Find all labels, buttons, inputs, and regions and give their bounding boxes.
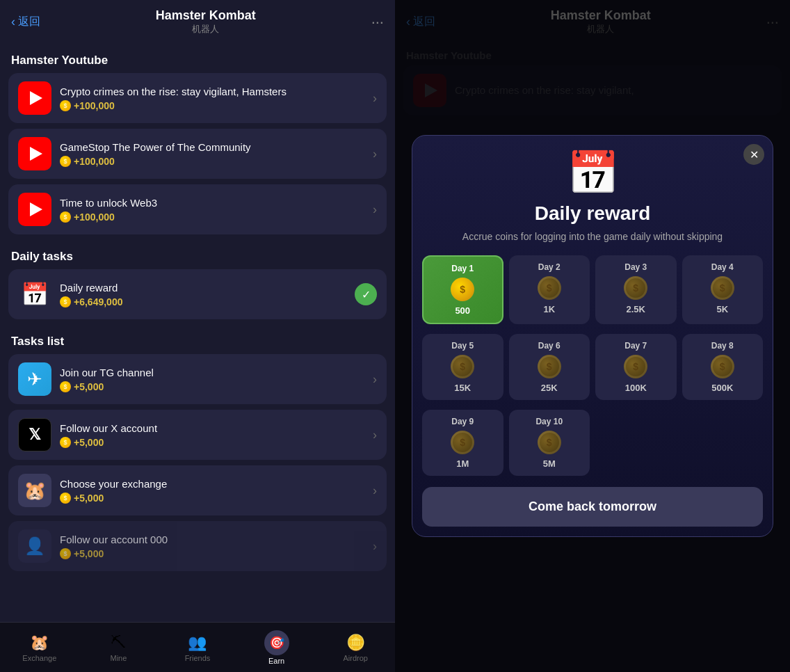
left-back-label: 返回	[18, 15, 40, 29]
day-3-coin-icon: $	[624, 276, 647, 300]
youtube-task-1-info: Crypto crimes on the rise: stay vigilant…	[60, 85, 367, 112]
day-empty-2	[682, 410, 764, 476]
exchange-icon: 🐹	[18, 474, 51, 507]
exchange-nav-label: Exchange	[22, 654, 56, 662]
youtube-task-1-arrow-icon: ›	[373, 91, 377, 106]
day-2-cell[interactable]: Day 2 $ 1K	[509, 255, 590, 324]
mine-nav-icon: ⛏	[108, 633, 128, 653]
nav-earn[interactable]: 🎯 Earn	[237, 630, 316, 665]
day-9-coin-icon: $	[451, 431, 474, 454]
day-grid-row1: Day 1 $ 500 Day 2 $ 1K Day 3	[412, 255, 773, 334]
friends-nav-label: Friends	[185, 654, 211, 662]
youtube-task-2[interactable]: GameStop The Power of The Community $ +1…	[8, 129, 387, 179]
modal-overlay: ✕ 📅 Daily reward Accrue coins for loggin…	[395, 0, 790, 672]
day-9-coin-inner: $	[453, 433, 472, 452]
day-1-cell[interactable]: Day 1 $ 500	[422, 255, 503, 324]
daily-reward-title: Daily reward	[60, 281, 349, 295]
left-back-button[interactable]: ‹ 返回	[11, 15, 40, 29]
nav-exchange[interactable]: 🐹 Exchange	[0, 633, 79, 662]
daily-reward-check-icon: ✓	[355, 283, 377, 305]
airdrop-nav-icon: 🪙	[346, 633, 365, 653]
follow-account-arrow-icon: ›	[373, 539, 377, 554]
follow-account-task[interactable]: 👤 Follow our account 000 $ +5,000 ›	[8, 521, 387, 571]
day-4-cell[interactable]: Day 4 $ 5K	[682, 255, 764, 324]
youtube-task-3-info: Time to unlock Web3 $ +100,000	[60, 196, 367, 223]
day-6-cell[interactable]: Day 6 $ 25K	[509, 334, 590, 400]
day-8-cell[interactable]: Day 8 $ 500K	[682, 334, 764, 400]
nav-mine[interactable]: ⛏ Mine	[79, 633, 159, 662]
day-1-amount: 500	[455, 305, 470, 316]
daily-reward-task[interactable]: 📅 Daily reward $ +6,649,000 ✓	[8, 269, 387, 319]
follow-account-info: Follow our account 000 $ +5,000	[60, 533, 367, 560]
exchange-task-title: Choose your exchange	[60, 477, 367, 491]
day-7-amount: 100K	[625, 383, 647, 393]
day-5-cell[interactable]: Day 5 $ 15K	[422, 334, 503, 400]
exchange-task[interactable]: 🐹 Choose your exchange $ +5,000 ›	[8, 465, 387, 515]
tg-task-reward-text: +5,000	[74, 381, 104, 392]
twitter-task[interactable]: 𝕏 Follow our X account $ +5,000 ›	[8, 410, 387, 460]
nav-airdrop[interactable]: 🪙 Airdrop	[316, 633, 395, 662]
day-6-coin-icon: $	[538, 355, 561, 378]
tg-channel-task[interactable]: ✈ Join our TG channel $ +5,000 ›	[8, 354, 387, 404]
follow-person-icon: 👤	[24, 536, 45, 556]
twitter-task-arrow-icon: ›	[373, 428, 377, 442]
exchange-task-info: Choose your exchange $ +5,000	[60, 477, 367, 504]
yt-play-icon-3	[30, 202, 42, 216]
day-8-coin-icon: $	[711, 355, 734, 378]
daily-section-label: Daily tasks	[8, 240, 387, 269]
day-3-cell[interactable]: Day 3 $ 2.5K	[595, 255, 677, 324]
hamster-exchange-icon: 🐹	[24, 480, 46, 502]
day-7-cell[interactable]: Day 7 $ 100K	[595, 334, 677, 400]
modal-title: Daily reward	[412, 202, 773, 230]
coin-icon-yt2: $	[60, 156, 71, 167]
day-empty-1	[595, 410, 677, 476]
come-back-tomorrow-button[interactable]: Come back tomorrow	[422, 487, 763, 527]
day-3-coin-inner: $	[626, 278, 645, 298]
left-panel: ‹ 返回 Hamster Kombat 机器人 ··· Hamster Yout…	[0, 0, 395, 672]
modal-close-button[interactable]: ✕	[743, 144, 764, 165]
youtube-task-3-reward: $ +100,000	[60, 211, 367, 223]
youtube-task-3[interactable]: Time to unlock Web3 $ +100,000 ›	[8, 184, 387, 234]
day-2-amount: 1K	[543, 304, 555, 314]
youtube-task-2-arrow-icon: ›	[373, 147, 377, 161]
left-header-center: Hamster Kombat 机器人	[156, 8, 256, 35]
day-10-cell[interactable]: Day 10 $ 5M	[509, 410, 590, 476]
youtube-task-3-arrow-icon: ›	[373, 202, 377, 217]
follow-account-title: Follow our account 000	[60, 533, 367, 547]
mine-nav-label: Mine	[110, 654, 127, 662]
day-9-cell[interactable]: Day 9 $ 1M	[422, 410, 503, 476]
day-10-coin-icon: $	[538, 431, 561, 454]
follow-account-reward: $ +5,000	[60, 548, 367, 559]
youtube-task-1[interactable]: Crypto crimes on the rise: stay vigilant…	[8, 73, 387, 123]
friends-nav-icon: 👥	[188, 633, 207, 653]
day-7-coin-icon: $	[624, 355, 647, 378]
day-grid-row2: Day 5 $ 15K Day 6 $ 25K Day 7 $	[412, 334, 773, 410]
x-letter-icon: 𝕏	[29, 426, 41, 444]
day-10-label: Day 10	[535, 417, 563, 426]
left-scroll: Hamster Youtube Crypto crimes on the ris…	[0, 44, 395, 622]
left-subtitle: 机器人	[156, 23, 256, 35]
day-10-coin-inner: $	[540, 433, 559, 452]
day-4-coin-inner: $	[713, 278, 732, 298]
twitter-task-reward-text: +5,000	[74, 437, 104, 448]
coin-icon-tg: $	[60, 381, 71, 392]
calendar-dollar-icon: 📅	[567, 152, 619, 194]
telegram-plane-icon: ✈	[27, 369, 42, 390]
day-9-amount: 1M	[456, 458, 469, 469]
left-more-button[interactable]: ···	[371, 13, 384, 31]
nav-friends[interactable]: 👥 Friends	[158, 633, 237, 662]
youtube-icon-1	[18, 81, 51, 115]
yt-play-icon-1	[30, 91, 42, 105]
telegram-icon: ✈	[18, 362, 51, 396]
day-8-label: Day 8	[711, 341, 734, 351]
exchange-nav-icon: 🐹	[30, 633, 49, 653]
twitter-task-reward: $ +5,000	[60, 437, 367, 448]
youtube-section-label: Hamster Youtube	[8, 44, 387, 73]
day-5-coin-icon: $	[451, 355, 474, 378]
day-5-label: Day 5	[451, 341, 474, 351]
airdrop-nav-label: Airdrop	[343, 654, 367, 662]
coin-icon-daily: $	[60, 296, 71, 307]
right-panel: ‹ 返回 Hamster Kombat 机器人 ··· Hamster Yout…	[395, 0, 790, 672]
coin-icon-yt3: $	[60, 211, 71, 223]
day-1-coin-icon: $	[451, 278, 474, 301]
